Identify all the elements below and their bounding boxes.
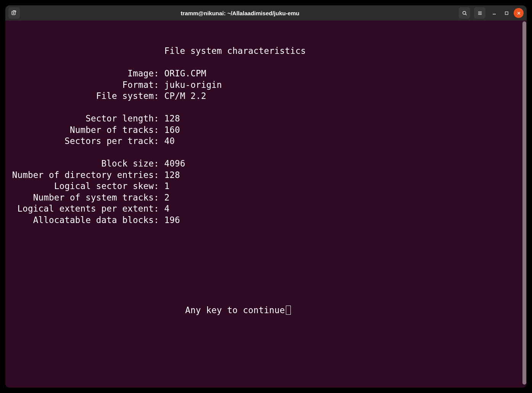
row-sectors-per-track: Sectors per track: 40	[7, 136, 175, 146]
row-sector-length: Sector length: 128	[7, 113, 180, 123]
row-directory-entries: Number of directory entries: 128	[7, 170, 180, 180]
terminal-viewport[interactable]: File system characteristics Image: ORIG.…	[5, 21, 527, 388]
close-icon	[517, 11, 521, 15]
maximize-button[interactable]	[501, 8, 511, 18]
menu-button[interactable]	[474, 7, 485, 19]
new-tab-button[interactable]	[8, 7, 20, 19]
scrollbar-track[interactable]	[522, 21, 527, 388]
row-number-of-tracks: Number of tracks: 160	[7, 125, 180, 135]
terminal-content: File system characteristics Image: ORIG.…	[7, 45, 525, 316]
titlebar: tramm@nikunai: ~/Allalaadimised/juku-emu	[5, 5, 527, 21]
row-block-size: Block size: 4096	[7, 158, 185, 168]
row-format: Format: juku-origin	[7, 80, 222, 90]
search-icon	[462, 10, 468, 16]
close-button[interactable]	[514, 8, 524, 18]
titlebar-left	[8, 7, 21, 19]
row-image: Image: ORIG.CPM	[7, 68, 206, 78]
window-title: tramm@nikunai: ~/Allalaadimised/juku-emu	[21, 10, 459, 16]
terminal-cursor	[286, 306, 291, 315]
svg-rect-2	[505, 11, 508, 14]
fs-characteristics-title: File system characteristics	[7, 46, 306, 56]
continue-prompt: Any key to continue	[7, 305, 285, 315]
row-allocatable-data-blocks: Allocatable data blocks: 196	[7, 215, 180, 225]
search-button[interactable]	[459, 7, 470, 19]
terminal-window: tramm@nikunai: ~/Allalaadimised/juku-emu	[5, 5, 527, 388]
maximize-icon	[505, 11, 509, 15]
new-tab-icon	[11, 10, 17, 16]
svg-point-1	[463, 11, 466, 14]
row-logical-extents: Logical extents per extent: 4	[7, 204, 169, 213]
minimize-button[interactable]	[489, 8, 499, 18]
scrollbar-thumb[interactable]	[522, 21, 526, 385]
row-file-system: File system: CP/M 2.2	[7, 91, 206, 101]
row-logical-sector-skew: Logical sector skew: 1	[7, 181, 169, 191]
row-system-tracks: Number of system tracks: 2	[7, 192, 169, 202]
titlebar-right	[459, 7, 524, 19]
hamburger-menu-icon	[477, 10, 483, 16]
minimize-icon	[492, 11, 497, 15]
